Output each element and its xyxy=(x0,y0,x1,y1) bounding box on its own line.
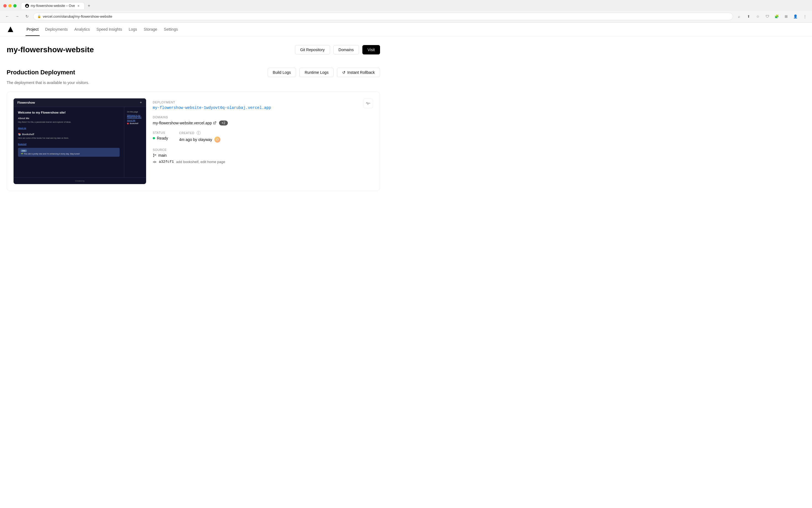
runtime-logs-button[interactable]: Runtime Logs xyxy=(299,68,334,77)
nav-item-analytics[interactable]: Analytics xyxy=(73,23,91,36)
commit-message: add bookshelf, edit home page xyxy=(176,160,225,164)
deployment-info: DEPLOYMENT my-flowershow-website-1wdyovt… xyxy=(153,98,373,166)
preview-info-text: 🌱 This site is pretty new and I'm enhanc… xyxy=(21,153,117,155)
section-subtitle: The deployment that is available to your… xyxy=(7,80,380,85)
status-text: Ready xyxy=(157,136,168,140)
preview-about-title: About Me xyxy=(18,117,120,120)
toolbar-actions: ⌕ ⬆ ☆ 🛡 🧩 ⊞ 👤 ⋮ xyxy=(735,12,809,20)
forward-button[interactable]: → xyxy=(13,12,21,20)
preview-topbar: Flowershow ✦ xyxy=(13,98,146,107)
back-button[interactable]: ← xyxy=(3,12,11,20)
commit-icon xyxy=(153,160,157,164)
project-title: my-flowershow-website xyxy=(7,45,94,54)
bookshelf-emoji: 📚 xyxy=(18,133,21,136)
tab-close-icon[interactable]: ✕ xyxy=(77,4,80,8)
preview-about-text: Hey there! I'm Ola, a passionate learner… xyxy=(18,121,120,124)
active-tab[interactable]: my-flowershow-website – Ove ✕ xyxy=(21,2,85,9)
reload-button[interactable]: ↻ xyxy=(23,12,31,20)
domains-label: DOMAINS xyxy=(153,116,373,119)
domains-row: my-flowershow-website.vercel.app +2 xyxy=(153,121,373,125)
minimize-button[interactable] xyxy=(8,4,12,7)
rollback-icon: ↺ xyxy=(342,70,345,75)
status-created-row: STATUS Ready CREATED i 4m ago xyxy=(153,131,373,142)
preview-heading: Welcome to my Flowershow site! xyxy=(18,111,120,114)
share-button[interactable]: ⬆ xyxy=(745,12,752,20)
domains-button[interactable]: Domains xyxy=(333,45,359,54)
browser-toolbar: ← → ↻ 🔒 vercel.com/olarubaj/my-flowersho… xyxy=(0,11,812,23)
nav-item-logs[interactable]: Logs xyxy=(128,23,138,36)
section-title: Production Deployment xyxy=(7,69,75,76)
tab-favicon xyxy=(25,4,29,8)
nav-item-project[interactable]: Project xyxy=(26,23,40,36)
primary-domain-link[interactable]: my-flowershow-website.vercel.app xyxy=(153,121,216,125)
status-dot-icon xyxy=(153,137,155,139)
visit-button[interactable]: Visit xyxy=(362,45,380,54)
source-label: SOURCE xyxy=(153,148,373,152)
branch-name: main xyxy=(158,153,166,158)
address-bar[interactable]: 🔒 vercel.com/olarubaj/my-flowershow-webs… xyxy=(33,13,733,20)
project-actions: Git Repository Domains Visit xyxy=(295,45,380,54)
deployment-url-link[interactable]: my-flowershow-website-1wdyovt6q-olarubaj… xyxy=(153,105,271,110)
preview-logo: Flowershow xyxy=(17,101,35,104)
preview-body: Welcome to my Flowershow site! About Me … xyxy=(13,107,146,177)
main-nav: Project Deployments Analytics Speed Insi… xyxy=(26,23,179,36)
profile-button[interactable]: 👤 xyxy=(792,12,799,20)
sidebar-button[interactable]: ⊞ xyxy=(782,12,790,20)
nav-item-deployments[interactable]: Deployments xyxy=(44,23,69,36)
svg-marker-1 xyxy=(8,27,13,32)
menu-button[interactable]: ⋮ xyxy=(801,12,809,20)
info-badge: Info xyxy=(21,150,27,152)
puzzle-button[interactable]: 🧩 xyxy=(773,12,780,20)
deployment-card: Flowershow ✦ Welcome to my Flowershow si… xyxy=(7,91,380,191)
preview-info-label: Info xyxy=(21,150,117,152)
vercel-logo[interactable] xyxy=(7,26,14,33)
maximize-button[interactable] xyxy=(13,4,16,7)
close-button[interactable] xyxy=(3,4,7,7)
main-content: my-flowershow-website Git Repository Dom… xyxy=(0,36,387,200)
activity-button[interactable] xyxy=(363,98,373,108)
svg-point-5 xyxy=(154,161,155,163)
nav-item-settings[interactable]: Settings xyxy=(163,23,179,36)
red-dot-icon xyxy=(127,123,129,124)
extension-button[interactable]: 🛡 xyxy=(763,12,771,20)
build-logs-button[interactable]: Build Logs xyxy=(268,68,296,77)
deployment-url[interactable]: my-flowershow-website-1wdyovt6q-olarubaj… xyxy=(153,105,373,110)
git-repository-button[interactable]: Git Repository xyxy=(295,45,330,54)
created-col: CREATED i 4m ago by olayway O xyxy=(179,131,221,142)
avatar: O xyxy=(214,136,221,142)
info-icon[interactable]: i xyxy=(197,131,200,135)
preview-sidebar: On this page Welcome to my Flowershow si… xyxy=(124,107,146,177)
domain-extra-badge: +2 xyxy=(219,121,228,125)
nav-item-storage[interactable]: Storage xyxy=(143,23,158,36)
external-link-icon xyxy=(213,121,216,125)
created-label-text: CREATED xyxy=(179,131,194,135)
instant-rollback-button[interactable]: ↺ Instant Rollback xyxy=(337,68,380,77)
app-header: Project Deployments Analytics Speed Insi… xyxy=(0,23,812,36)
activity-icon xyxy=(366,101,370,105)
preview-main-content: Welcome to my Flowershow site! About Me … xyxy=(13,107,124,177)
preview-bookshelf-title: 📚 Bookshelf xyxy=(18,133,120,136)
production-deployment-section: Production Deployment Build Logs Runtime… xyxy=(7,68,380,191)
preview-sidebar-link2: About Me xyxy=(127,119,143,121)
status-label-text: STATUS xyxy=(153,131,165,134)
zoom-button[interactable]: ⌕ xyxy=(735,12,743,20)
sidebar-bookshelf-label: Bookshelf xyxy=(130,122,138,124)
preview-sidebar-title: On this page xyxy=(127,111,143,113)
created-time: 4m ago by olayway xyxy=(179,137,212,142)
bookmark-button[interactable]: ☆ xyxy=(754,12,762,20)
nav-item-speed-insights[interactable]: Speed Insights xyxy=(95,23,123,36)
preview-image: Flowershow ✦ Welcome to my Flowershow si… xyxy=(13,98,146,184)
project-header: my-flowershow-website Git Repository Dom… xyxy=(7,45,380,54)
instant-rollback-label: Instant Rollback xyxy=(347,70,375,75)
source-branch: main xyxy=(153,153,373,158)
preview-about-link: About me xyxy=(18,127,26,129)
new-tab-button[interactable]: + xyxy=(86,2,92,9)
preview-star-icon: ✦ xyxy=(140,100,142,104)
status-label: STATUS xyxy=(153,131,168,134)
preview-footer: Created by xyxy=(13,177,146,184)
svg-marker-0 xyxy=(26,5,28,7)
preview-bookshelf-text: Here are some of the books I've read and… xyxy=(18,137,120,139)
preview-sidebar-bookshelf: Bookshelf xyxy=(127,122,143,124)
created-value: 4m ago by olayway O xyxy=(179,136,221,142)
browser-titlebar: my-flowershow-website – Ove ✕ + xyxy=(0,0,812,11)
